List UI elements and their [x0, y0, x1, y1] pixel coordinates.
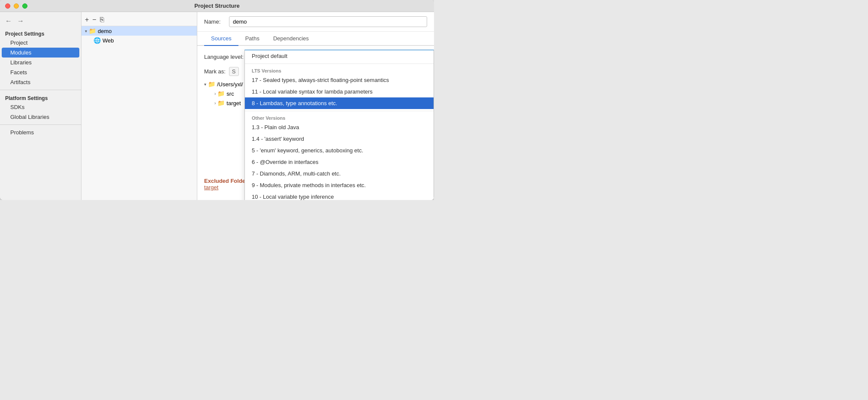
titlebar: Project Structure — [0, 0, 434, 12]
tabs-row: Sources Paths Dependencies — [197, 32, 434, 46]
dropdown-item-9[interactable]: 9 - Modules, private methods in interfac… — [245, 179, 434, 191]
project-structure-window: Project Structure ← → Project Settings P… — [0, 0, 434, 200]
tab-paths-label: Paths — [245, 35, 259, 42]
sidebar-item-problems[interactable]: Problems — [0, 127, 81, 137]
target-label: target — [226, 100, 241, 106]
tab-sources[interactable]: Sources — [204, 32, 238, 46]
sidebar-item-libraries-label: Libraries — [10, 59, 32, 66]
sidebar-item-sdks[interactable]: SDKs — [0, 102, 81, 112]
platform-settings-title: Platform Settings — [0, 93, 81, 102]
name-label: Name: — [204, 18, 226, 25]
language-level-dropdown: Project default LTS Versions 17 - Sealed… — [244, 50, 434, 200]
sidebar-item-modules-label: Modules — [10, 49, 31, 56]
name-input[interactable] — [229, 16, 427, 27]
sidebar-item-modules[interactable]: Modules — [2, 48, 79, 58]
folder-icon-src: 📁 — [217, 90, 225, 97]
dropdown-project-default-label: Project default — [252, 53, 287, 59]
dropdown-item-8[interactable]: 8 - Lambdas, type annotations etc. — [245, 97, 434, 109]
module-folder-icon: 📁 — [89, 27, 96, 34]
module-tree-panel: + − ⎘ ▾ 📁 demo 🌐 Web — [81, 12, 197, 200]
folder-icon-target: 📁 — [217, 100, 225, 106]
root-path-label: /Users/yxl/ — [217, 81, 243, 88]
sidebar-item-global-libraries[interactable]: Global Libraries — [0, 112, 81, 122]
dropdown-item-1-3-label: 1.3 - Plain old Java — [252, 124, 299, 130]
tab-paths[interactable]: Paths — [238, 32, 266, 46]
dropdown-item-17[interactable]: 17 - Sealed types, always-strict floatin… — [245, 74, 434, 86]
chevron-right-icon-target: › — [214, 101, 216, 106]
dropdown-divider-2 — [245, 111, 434, 111]
dropdown-item-1-4-label: 1.4 - 'assert' keyword — [252, 136, 304, 142]
window-title: Project Structure — [194, 3, 239, 9]
back-arrow[interactable]: ← — [5, 17, 12, 25]
dropdown-item-10[interactable]: 10 - Local variable type inference — [245, 191, 434, 200]
sidebar-item-project-label: Project — [10, 39, 27, 46]
dropdown-item-6[interactable]: 6 - @Override in interfaces — [245, 156, 434, 168]
folder-icon-root: 📁 — [208, 81, 215, 88]
language-level-label: Language level: — [204, 54, 244, 60]
nav-arrows: ← → — [0, 15, 81, 28]
dropdown-item-8-label: 8 - Lambdas, type annotations etc. — [252, 100, 337, 106]
dropdown-divider-1 — [245, 64, 434, 64]
forward-arrow[interactable]: → — [17, 17, 24, 25]
dropdown-item-7-label: 7 - Diamonds, ARM, multi-catch etc. — [252, 170, 341, 177]
sidebar-divider-2 — [0, 124, 81, 125]
copy-module-button[interactable]: ⎘ — [100, 16, 104, 23]
dropdown-item-11-label: 11 - Local variable syntax for lambda pa… — [252, 88, 373, 95]
tab-dependencies[interactable]: Dependencies — [266, 32, 316, 46]
mark-as-label: Mark as: — [204, 68, 226, 75]
chevron-down-icon: ▾ — [85, 29, 87, 33]
minimize-button[interactable] — [14, 3, 19, 9]
dropdown-other-header: Other Versions — [245, 113, 434, 121]
dropdown-item-5[interactable]: 5 - 'enum' keyword, generics, autoboxing… — [245, 145, 434, 156]
sidebar-item-facets-label: Facets — [10, 69, 27, 76]
tab-sources-label: Sources — [211, 35, 232, 42]
remove-module-button[interactable]: − — [92, 16, 96, 23]
web-icon: 🌐 — [93, 37, 101, 44]
sidebar-item-artifacts-label: Artifacts — [10, 79, 30, 85]
sidebar-item-sdks-label: SDKs — [10, 104, 24, 110]
tree-item-demo[interactable]: ▾ 📁 demo — [81, 26, 197, 36]
sidebar-item-facets[interactable]: Facets — [0, 67, 81, 77]
dropdown-item-project-default[interactable]: Project default — [245, 50, 434, 62]
main-content: ← → Project Settings Project Modules Lib… — [0, 12, 434, 200]
tree-item-demo-label: demo — [98, 28, 112, 34]
dropdown-item-6-label: 6 - @Override in interfaces — [252, 159, 319, 165]
dropdown-item-11[interactable]: 11 - Local variable syntax for lambda pa… — [245, 86, 434, 97]
dropdown-item-7[interactable]: 7 - Diamonds, ARM, multi-catch etc. — [245, 168, 434, 179]
tree-item-web[interactable]: 🌐 Web — [81, 36, 197, 45]
sidebar-item-libraries[interactable]: Libraries — [0, 58, 81, 67]
right-panel: Name: Sources Paths Dependencies La — [197, 12, 434, 200]
dropdown-item-1-3[interactable]: 1.3 - Plain old Java — [245, 121, 434, 133]
chevron-down-icon-root: ▾ — [204, 82, 206, 87]
dropdown-item-5-label: 5 - 'enum' keyword, generics, autoboxing… — [252, 147, 363, 154]
sidebar-item-global-libraries-label: Global Libraries — [10, 114, 49, 120]
sidebar-item-project[interactable]: Project — [0, 38, 81, 48]
dropdown-lts-header: LTS Versions — [245, 66, 434, 74]
dropdown-item-10-label: 10 - Local variable type inference — [252, 194, 334, 200]
tree-toolbar: + − ⎘ — [81, 14, 197, 26]
sidebar-item-artifacts[interactable]: Artifacts — [0, 77, 81, 87]
sidebar-item-problems-label: Problems — [10, 129, 34, 136]
sidebar-divider — [0, 90, 81, 90]
project-settings-title: Project Settings — [0, 28, 81, 38]
tab-dependencies-label: Dependencies — [273, 35, 309, 42]
sources-icon-btn[interactable]: S — [229, 67, 239, 76]
tree-item-web-label: Web — [102, 37, 114, 44]
add-module-button[interactable]: + — [85, 16, 89, 23]
maximize-button[interactable] — [22, 3, 27, 9]
dropdown-item-9-label: 9 - Modules, private methods in interfac… — [252, 182, 366, 188]
chevron-right-icon-src: › — [214, 91, 216, 96]
dropdown-item-17-label: 17 - Sealed types, always-strict floatin… — [252, 77, 389, 83]
name-row: Name: — [197, 12, 434, 32]
close-button[interactable] — [5, 3, 10, 9]
src-label: src — [226, 91, 234, 97]
dropdown-item-1-4[interactable]: 1.4 - 'assert' keyword — [245, 133, 434, 145]
sidebar: ← → Project Settings Project Modules Lib… — [0, 12, 81, 200]
